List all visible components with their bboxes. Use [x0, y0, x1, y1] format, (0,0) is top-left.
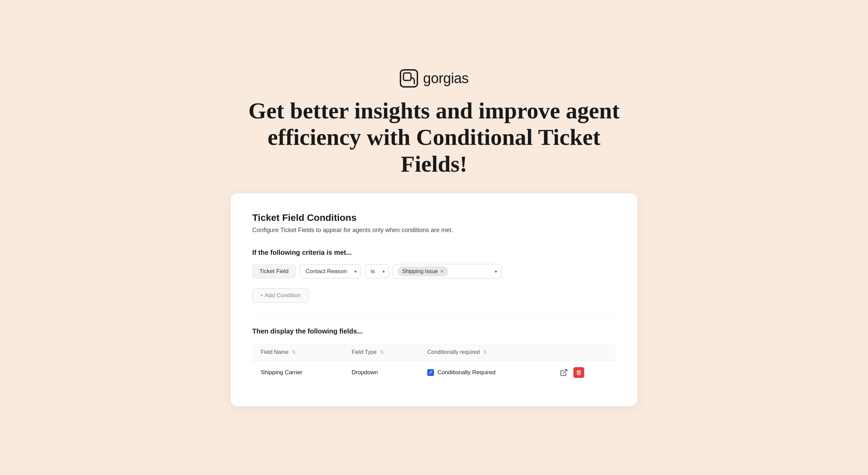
page-header: gorgias Get better insights and improve …	[248, 69, 620, 177]
then-label: Then display the following fields...	[252, 327, 616, 335]
conditionally-required-label: Conditionally Required	[437, 369, 495, 376]
tag-chip: Shipping Issue ×	[397, 266, 448, 277]
table-row: Shipping Carrier Dropdown ✓ Conditionall…	[253, 361, 616, 384]
action-icons	[560, 367, 607, 378]
delete-button[interactable]	[573, 367, 584, 378]
trash-icon	[576, 370, 581, 375]
main-card: Ticket Field Conditions Configure Ticket…	[231, 193, 637, 406]
tag-select-arrow-icon: ▾	[495, 269, 497, 274]
card-title: Ticket Field Conditions	[252, 212, 616, 223]
conditions-row: Ticket Field Contact Reason ▾ is ▾ Shipp…	[252, 264, 616, 279]
th-conditionally-required: Conditionally required ⇅	[419, 343, 551, 361]
sort-icon-field-type: ⇅	[380, 349, 384, 355]
conditionally-required-checkbox[interactable]: ✓	[427, 369, 434, 376]
logo-row: gorgias	[399, 69, 469, 88]
tag-chip-close-icon[interactable]: ×	[440, 269, 443, 274]
divider	[252, 315, 616, 315]
sort-icon-field-name: ⇅	[292, 349, 296, 355]
external-link-icon	[560, 368, 568, 377]
field-select-wrapper[interactable]: Contact Reason ▾	[300, 264, 361, 278]
svg-rect-1	[403, 73, 411, 80]
add-condition-button[interactable]: + Add Condition	[252, 288, 309, 303]
main-headline: Get better insights and improve agent ef…	[248, 97, 620, 177]
fields-table: Field Name ⇅ Field Type ⇅ Conditionally …	[252, 343, 616, 384]
svg-line-2	[563, 369, 567, 373]
field-type-cell: Dropdown	[343, 361, 419, 384]
table-body: Shipping Carrier Dropdown ✓ Conditionall…	[253, 361, 616, 384]
conditionally-required-cell: ✓ Conditionally Required	[419, 361, 551, 384]
operator-select[interactable]: is	[365, 264, 389, 278]
ticket-field-tag: Ticket Field	[252, 264, 296, 279]
table-header: Field Name ⇅ Field Type ⇅ Conditionally …	[253, 343, 616, 361]
th-actions	[552, 343, 616, 361]
field-name-cell: Shipping Carrier	[253, 361, 344, 384]
external-link-button[interactable]	[560, 368, 568, 377]
value-tag-select[interactable]: Shipping Issue × ▾	[393, 264, 501, 279]
checkbox-row: ✓ Conditionally Required	[427, 369, 543, 376]
operator-select-wrapper[interactable]: is ▾	[365, 264, 389, 278]
th-field-type: Field Type ⇅	[343, 343, 419, 361]
checkmark-icon: ✓	[429, 370, 433, 375]
field-select[interactable]: Contact Reason	[300, 264, 361, 278]
criteria-label: If the following criteria is met...	[252, 249, 616, 256]
actions-cell	[552, 361, 616, 384]
sort-icon-conditionally-required: ⇅	[483, 349, 487, 355]
brand-name: gorgias	[423, 70, 469, 87]
th-field-name: Field Name ⇅	[253, 343, 344, 361]
card-subtitle: Configure Ticket Fields to appear for ag…	[252, 227, 616, 234]
gorgias-logo-icon	[399, 69, 418, 88]
tag-chip-label: Shipping Issue	[402, 268, 438, 274]
